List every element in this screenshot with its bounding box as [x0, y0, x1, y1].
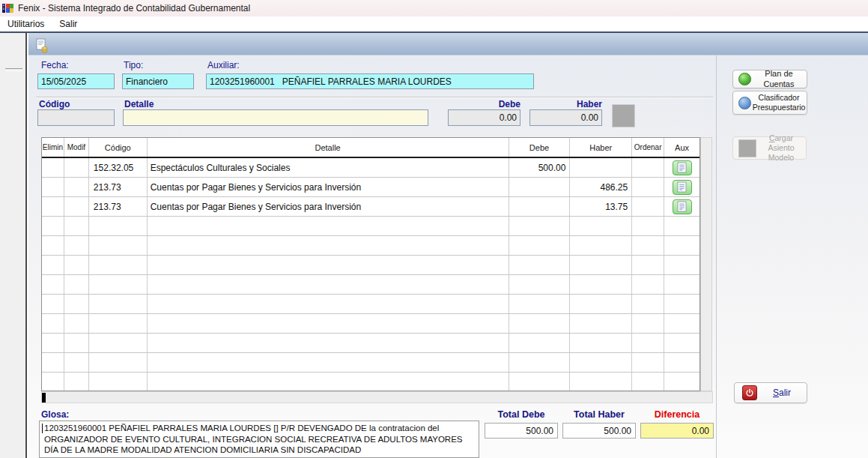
aux-button[interactable]: [673, 199, 692, 214]
cell-aux: [664, 334, 699, 352]
cell-aux: [664, 158, 699, 177]
panel-grip[interactable]: [5, 68, 22, 71]
tipo-label: Tipo:: [124, 60, 143, 70]
plan-de-cuentas-button[interactable]: Plan de Cuentas: [732, 70, 807, 88]
cell-debe: [509, 373, 571, 391]
detalle-label: Detalle: [124, 99, 154, 109]
tipo-field[interactable]: Financiero: [122, 73, 194, 89]
cell-elimin: [42, 158, 64, 177]
table-row[interactable]: [42, 217, 699, 236]
cell-haber: [570, 373, 632, 391]
diferencia-value: 0.00: [640, 423, 714, 439]
auxiliar-label: Auxiliar:: [207, 60, 240, 70]
aux-button[interactable]: [673, 160, 692, 175]
haber-input[interactable]: 0.00: [529, 109, 602, 126]
add-entry-button[interactable]: [612, 104, 635, 127]
column-header-elimin[interactable]: Elimin: [42, 138, 64, 157]
left-collapsed-panel[interactable]: [0, 33, 27, 458]
glosa-textarea[interactable]: 1203251960001 PEÑAFIEL PARRALES MARIA LO…: [39, 421, 479, 458]
table-row[interactable]: [42, 314, 699, 334]
cell-elimin: [42, 217, 64, 235]
cell-modif: [64, 353, 89, 372]
table-row[interactable]: 152.32.05Espectáculos Culturales y Socia…: [42, 158, 699, 178]
column-header-aux[interactable]: Aux: [664, 138, 699, 157]
cell-haber: [570, 275, 632, 294]
fecha-field[interactable]: 15/05/2025: [37, 73, 115, 89]
cell-detalle: [148, 353, 509, 372]
text-caret: [42, 424, 43, 433]
cell-haber: [570, 217, 632, 235]
new-journal-entry-icon[interactable]: [34, 38, 49, 53]
column-header-detalle[interactable]: Detalle: [148, 138, 509, 157]
cell-elimin: [42, 373, 64, 391]
diferencia-label: Diferencia: [640, 409, 714, 420]
grid-horizontal-scrollbar[interactable]: [41, 391, 713, 403]
auxiliar-field[interactable]: 1203251960001 PEÑAFIEL PARRALES MARIA LO…: [206, 73, 534, 89]
cell-aux: [664, 197, 699, 216]
cell-codigo: [89, 256, 148, 274]
table-row[interactable]: [42, 373, 699, 391]
table-row[interactable]: 213.73Cuentas por Pagar Bienes y Servici…: [42, 178, 699, 197]
clasificador-label: Clasificador Presupuestario: [751, 93, 807, 112]
cell-detalle: [148, 217, 509, 235]
menu-salir[interactable]: Salir: [52, 17, 85, 31]
salir-label: Salir: [757, 388, 807, 398]
debe-input[interactable]: 0.00: [448, 109, 521, 126]
column-header-ordenar[interactable]: Ordenar: [632, 138, 664, 157]
title-bar: Fenix - Sistema Integrado de Contabilida…: [0, 0, 868, 16]
column-header-codigo[interactable]: Código: [89, 138, 148, 157]
salir-button[interactable]: Salir: [734, 382, 807, 403]
codigo-input[interactable]: [37, 109, 115, 126]
cell-codigo: [89, 334, 148, 352]
column-header-debe[interactable]: Debe: [509, 138, 571, 157]
cell-elimin: [42, 353, 64, 372]
cell-aux: [664, 256, 699, 274]
cell-ordenar: [632, 236, 664, 255]
aux-doc-icon: [677, 181, 687, 193]
grid-vertical-scrollbar[interactable]: [700, 137, 712, 391]
cell-codigo: 213.73: [89, 197, 148, 216]
total-haber-label: Total Haber: [562, 409, 636, 420]
fecha-label: Fecha:: [41, 60, 69, 70]
grid-body: 152.32.05Espectáculos Culturales y Socia…: [42, 158, 699, 391]
table-row[interactable]: 213.73Cuentas por Pagar Bienes y Servici…: [42, 197, 699, 217]
cell-haber: [570, 295, 632, 313]
cell-detalle: [148, 334, 509, 352]
cell-detalle: [148, 373, 509, 391]
cell-detalle: [148, 256, 509, 274]
menu-utilitarios[interactable]: Utilitarios: [0, 17, 52, 31]
detalle-input[interactable]: [123, 109, 428, 126]
debe-label: Debe: [448, 99, 521, 109]
cell-modif: [64, 256, 89, 274]
cargar-asiento-label-line2: Modelo: [768, 153, 794, 162]
aux-doc-icon: [677, 201, 687, 212]
cell-codigo: [89, 275, 148, 294]
cell-modif: [64, 373, 89, 391]
table-row[interactable]: [42, 275, 699, 295]
column-header-haber[interactable]: Haber: [570, 138, 632, 157]
clasificador-presupuestario-button[interactable]: Clasificador Presupuestario: [732, 91, 807, 115]
table-row[interactable]: [42, 236, 699, 256]
blue-sphere-icon: [738, 97, 751, 109]
table-row[interactable]: [42, 334, 699, 353]
table-row[interactable]: [42, 353, 699, 373]
aux-button[interactable]: [673, 180, 692, 195]
cell-elimin: [42, 295, 64, 313]
cell-modif: [64, 178, 89, 196]
column-header-modif[interactable]: Modif: [64, 138, 89, 157]
cargar-asiento-modelo-button[interactable]: Cargar Asiento Modelo: [732, 136, 807, 160]
cell-ordenar: [632, 178, 664, 196]
entries-grid[interactable]: EliminModifCódigoDetalleDebeHaberOrdenar…: [41, 137, 700, 391]
cell-aux: [664, 295, 699, 313]
aux-doc-icon: [677, 162, 687, 173]
form-separator: [36, 97, 713, 98]
hscroll-thumb[interactable]: [42, 393, 46, 403]
table-row[interactable]: [42, 256, 699, 275]
cell-debe: [509, 275, 571, 294]
cell-aux: [664, 314, 699, 333]
table-row[interactable]: [42, 295, 699, 314]
cargar-asiento-label-line1: Cargar Asiento: [756, 133, 806, 153]
gray-square-icon: [738, 139, 756, 157]
glosa-label: Glosa:: [41, 409, 69, 420]
cell-ordenar: [632, 314, 664, 333]
